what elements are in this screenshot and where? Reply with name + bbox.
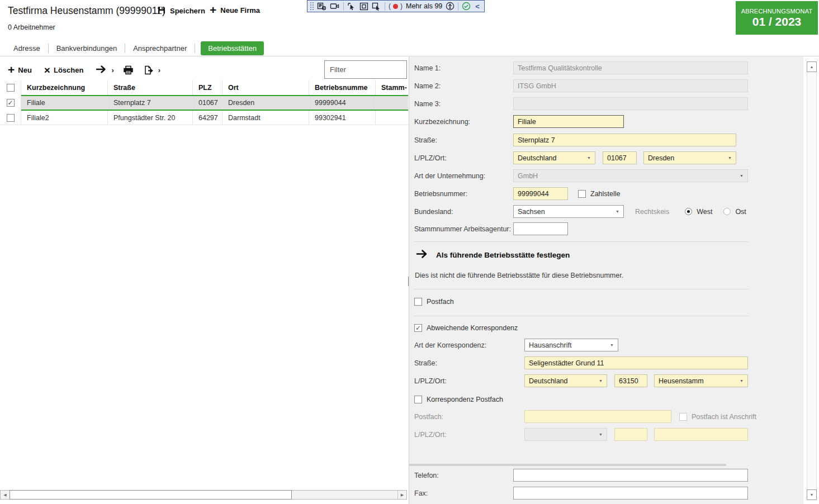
- column-header[interactable]: Straße: [108, 80, 193, 95]
- employee-count: 0 Arbeitnehmer: [8, 23, 55, 31]
- vertical-scrollbar[interactable]: ▲ ▼: [807, 61, 817, 500]
- chevron-down-icon: ▼: [616, 210, 619, 213]
- postfach-plz-input: [614, 428, 647, 441]
- transfer-button[interactable]: [96, 65, 107, 75]
- print-button[interactable]: [123, 65, 134, 75]
- scroll-right-button[interactable]: ▶: [397, 491, 406, 499]
- new-company-button[interactable]: + Neue Firma: [210, 6, 260, 15]
- region-capture-icon[interactable]: [359, 2, 368, 11]
- select-all-checkbox[interactable]: [0, 80, 21, 95]
- tab-separator: [195, 44, 195, 53]
- accessibility-icon[interactable]: [446, 2, 455, 11]
- table-row[interactable]: Filiale2 Pfungstädter Str. 20 64297 Darm…: [0, 111, 408, 125]
- bundesland-select[interactable]: Sachsen▼: [513, 205, 624, 218]
- submenu-chevron-icon[interactable]: ›: [158, 66, 160, 74]
- field-label: Telefon:: [414, 472, 513, 479]
- scrollbar-track[interactable]: [292, 491, 397, 499]
- ort-select[interactable]: Dresden▼: [643, 151, 736, 164]
- scrollbar-thumb[interactable]: [10, 490, 292, 500]
- scroll-down-button[interactable]: ▼: [807, 489, 817, 500]
- pointer-capture-icon[interactable]: [347, 2, 356, 11]
- plus-icon: +: [8, 65, 15, 74]
- kurzbezeichnung-input[interactable]: Filiale: [513, 115, 624, 128]
- row-checkbox[interactable]: [0, 111, 21, 125]
- postfach-ist-anschrift-checkbox: Postfach ist Anschrift: [679, 413, 756, 421]
- korrespondenz-strasse-input[interactable]: Seligenstädter Grund 11: [524, 356, 748, 369]
- status-ok-icon[interactable]: [462, 2, 471, 11]
- scrollbar-track[interactable]: [807, 72, 817, 489]
- set-leading-branch-button[interactable]: Als führende Betriebsstätte festlegen: [416, 249, 570, 260]
- cell-ort: Darmstadt: [222, 111, 309, 125]
- rechtskreis-west-radio[interactable]: West: [685, 208, 712, 216]
- camera-icon[interactable]: [330, 2, 340, 10]
- tab-adresse[interactable]: Adresse: [6, 42, 48, 55]
- billing-month-badge: ABRECHNUNGSMONAT 01 / 2023: [736, 1, 818, 35]
- cell-stamm: [376, 96, 408, 110]
- arrow-right-icon: [416, 249, 428, 260]
- column-header[interactable]: PLZ: [193, 80, 222, 95]
- branch-detail-form: Name 1: Testfirma Qualitätskontrolle Nam…: [409, 56, 803, 504]
- scroll-left-button[interactable]: ◀: [1, 491, 10, 499]
- abweichende-korrespondenz-checkbox[interactable]: Abweichende Korrespondenz: [414, 324, 518, 332]
- korrespondenz-plz-input[interactable]: 63150: [614, 374, 647, 387]
- chevron-down-icon: ▼: [599, 379, 603, 383]
- korrespondenz-ort-select[interactable]: Heusenstamm▼: [654, 374, 748, 387]
- save-button[interactable]: Speichern: [157, 6, 205, 16]
- toolbar-separator: [343, 2, 344, 11]
- cell-strasse: Sternplatz 7: [108, 96, 193, 110]
- field-label: L/PLZ/Ort:: [414, 377, 524, 385]
- land-select[interactable]: Deutschland▼: [513, 151, 595, 164]
- branch-list-panel: + Neu × Löschen › › Kurzbezeichnung Stra…: [0, 56, 408, 504]
- field-label: Name 3:: [414, 100, 513, 108]
- telefon-input[interactable]: [513, 469, 748, 482]
- chevron-down-icon: ▼: [599, 432, 603, 436]
- tab-bankverbindungen[interactable]: Bankverbindungen: [49, 42, 125, 55]
- postfach-checkbox[interactable]: Postfach: [414, 298, 454, 306]
- rechtskreis-ost-radio[interactable]: Ost: [723, 208, 746, 216]
- tab-betriebsstaetten[interactable]: Betriebsstätten: [201, 41, 264, 55]
- window-capture-icon[interactable]: [372, 2, 381, 11]
- chevron-down-icon: ▼: [740, 174, 744, 178]
- drag-handle-icon[interactable]: [310, 2, 314, 11]
- new-branch-button[interactable]: + Neu: [8, 65, 32, 74]
- field-label: Fax:: [414, 489, 513, 497]
- tab-ansprechpartner[interactable]: Ansprechpartner: [125, 42, 195, 55]
- save-icon: [157, 6, 166, 16]
- export-button[interactable]: [144, 65, 154, 75]
- stammnummer-input[interactable]: [513, 222, 568, 235]
- strasse-input[interactable]: Sternplatz 7: [513, 134, 736, 146]
- korrespondenz-postfach-checkbox[interactable]: Korrespondenz Postfach: [414, 396, 503, 403]
- table-row[interactable]: Filiale Sternplatz 7 01067 Dresden 99999…: [0, 95, 408, 111]
- column-header[interactable]: Ort: [222, 80, 309, 95]
- field-label: L/PLZ/Ort:: [414, 154, 513, 162]
- korrespondenz-land-select[interactable]: Deutschland▼: [524, 374, 607, 387]
- chevron-down-icon: ▼: [740, 379, 744, 383]
- field-label: Bundesland:: [414, 208, 513, 216]
- art-unternehmung-select: GmbH▼: [513, 169, 748, 182]
- column-header[interactable]: Kurzbezeichnung: [21, 80, 108, 95]
- scroll-up-button[interactable]: ▲: [807, 61, 817, 72]
- filter-input[interactable]: [324, 60, 407, 79]
- field-label: Straße:: [414, 136, 513, 144]
- field-label: Betriebsnummer:: [414, 190, 513, 198]
- fax-input[interactable]: [513, 487, 748, 500]
- plz-input[interactable]: 01067: [603, 151, 637, 164]
- art-korrespondenz-select[interactable]: Hausanschrift▼: [524, 339, 618, 351]
- column-header[interactable]: Betriebsnumme: [309, 80, 376, 95]
- capture-settings-icon[interactable]: [317, 2, 326, 11]
- capture-overlay-toolbar[interactable]: ( ) Mehr als 99 <: [307, 0, 485, 12]
- column-header[interactable]: Stamm-: [376, 80, 408, 95]
- delete-branch-button[interactable]: × Löschen: [44, 66, 84, 74]
- zahlstelle-checkbox[interactable]: Zahlstelle: [578, 190, 621, 198]
- record-dot-icon[interactable]: [393, 4, 398, 9]
- horizontal-scrollbar[interactable]: ◀ ▶: [0, 490, 407, 500]
- field-label: Art der Korrespondenz:: [414, 341, 524, 349]
- record-icon: (: [389, 2, 391, 10]
- plus-icon: +: [210, 6, 216, 15]
- submenu-chevron-icon[interactable]: ›: [111, 66, 113, 74]
- betriebsnummer-input[interactable]: 99999044: [513, 187, 568, 200]
- collapse-toolbar-button[interactable]: <: [474, 2, 481, 11]
- row-checkbox[interactable]: [0, 95, 21, 111]
- postfach-input: [524, 410, 671, 423]
- chevron-down-icon: ▼: [587, 156, 591, 160]
